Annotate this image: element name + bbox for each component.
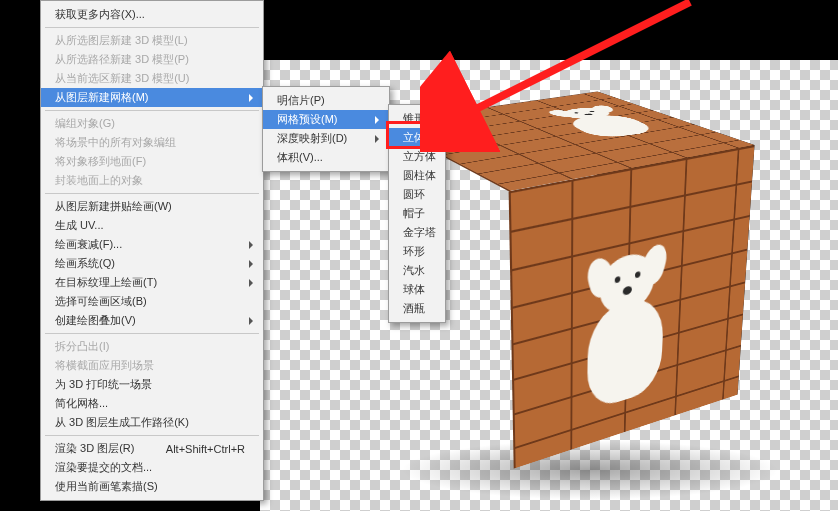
menu-item-label: 为 3D 打印统一场景: [55, 377, 152, 392]
menu-item-label: 从图层新建网格(M): [55, 90, 149, 105]
menu-separator: [45, 333, 259, 334]
menu-item-label: 将场景中的所有对象编组: [55, 135, 176, 150]
menu-item-label: 立方体: [403, 149, 436, 164]
menu-item-label: 拆分凸出(I): [55, 339, 109, 354]
menu-item-label: 环形: [403, 244, 425, 259]
menu-item-preset-cylinder[interactable]: 圆柱体: [389, 166, 445, 185]
menu-item-group-objects: 编组对象(G): [41, 114, 263, 133]
menu-item-get-more[interactable]: 获取更多内容(X)...: [41, 5, 263, 24]
menu-item-paint-system[interactable]: 绘画系统(Q): [41, 254, 263, 273]
menu-item-volume[interactable]: 体积(V)...: [263, 148, 389, 167]
menu-item-shortcut: Alt+Shift+Ctrl+R: [166, 443, 245, 455]
menu-item-label: 汽水: [403, 263, 425, 278]
menu-item-label: 创建绘图叠加(V): [55, 313, 136, 328]
menu-item-label: 从 3D 图层生成工作路径(K): [55, 415, 189, 430]
menu-item-label: 绘画衰减(F)...: [55, 237, 122, 252]
menu-item-label: 深度映射到(D): [277, 131, 347, 146]
menu-item-move-to-ground: 将对象移到地面(F): [41, 152, 263, 171]
menu-item-preset-wine-bottle[interactable]: 酒瓶: [389, 299, 445, 318]
menu-item-label: 渲染 3D 图层(R): [55, 441, 134, 456]
menu-item-label: 帽子: [403, 206, 425, 221]
menu-item-label: 简化网格...: [55, 396, 108, 411]
menu-item-preset-pyramid[interactable]: 金字塔: [389, 223, 445, 242]
menu-separator: [45, 110, 259, 111]
cube-face-front: [509, 145, 755, 469]
menu-item-label: 在目标纹理上绘画(T): [55, 275, 157, 290]
menu-item-label: 锥形: [403, 111, 425, 126]
menu-separator: [45, 193, 259, 194]
menu-item-mesh-preset[interactable]: 网格预设(M): [263, 110, 389, 129]
menu-item-label: 圆柱体: [403, 168, 436, 183]
menu-item-paint-falloff[interactable]: 绘画衰减(F)...: [41, 235, 263, 254]
menu-item-label: 渲染要提交的文档...: [55, 460, 152, 475]
menu-item-pack-ground: 封装地面上的对象: [41, 171, 263, 190]
menu-3d: 获取更多内容(X)... 从所选图层新建 3D 模型(L) 从所选路径新建 3D…: [40, 0, 264, 501]
menu-separator: [45, 27, 259, 28]
menu-item-label: 编组对象(G): [55, 116, 115, 131]
menu-item-label: 使用当前画笔素描(S): [55, 479, 158, 494]
menu-item-3d-from-layer: 从所选图层新建 3D 模型(L): [41, 31, 263, 50]
menu-item-simplify-mesh[interactable]: 简化网格...: [41, 394, 263, 413]
menu-item-preset-cone[interactable]: 锥形: [389, 109, 445, 128]
menu-item-work-path-from-3d[interactable]: 从 3D 图层生成工作路径(K): [41, 413, 263, 432]
menu-item-preset-hat[interactable]: 帽子: [389, 204, 445, 223]
menu-item-label: 生成 UV...: [55, 218, 104, 233]
menu-item-tile-painting[interactable]: 从图层新建拼贴绘画(W): [41, 197, 263, 216]
menu-item-3d-from-selection: 从当前选区新建 3D 模型(U): [41, 69, 263, 88]
menu-item-preset-cube[interactable]: 立方体: [389, 147, 445, 166]
menu-item-create-paint-overlay[interactable]: 创建绘图叠加(V): [41, 311, 263, 330]
submenu-new-mesh-from-layer: 明信片(P) 网格预设(M) 深度映射到(D) 体积(V)...: [262, 86, 390, 172]
menu-item-generate-uv[interactable]: 生成 UV...: [41, 216, 263, 235]
menu-item-unify-3d-print[interactable]: 为 3D 打印统一场景: [41, 375, 263, 394]
menu-item-label: 酒瓶: [403, 301, 425, 316]
menu-item-render-3d-layer[interactable]: 渲染 3D 图层(R) Alt+Shift+Ctrl+R: [41, 439, 263, 458]
menu-item-label: 从图层新建拼贴绘画(W): [55, 199, 172, 214]
menu-item-label: 从当前选区新建 3D 模型(U): [55, 71, 189, 86]
menu-item-preset-donut[interactable]: 圆环: [389, 185, 445, 204]
menu-item-group-scene: 将场景中的所有对象编组: [41, 133, 263, 152]
menu-item-label: 选择可绘画区域(B): [55, 294, 147, 309]
menu-item-label: 圆环: [403, 187, 425, 202]
menu-item-label: 金字塔: [403, 225, 436, 240]
menu-item-depth-map-to[interactable]: 深度映射到(D): [263, 129, 389, 148]
menu-item-label: 网格预设(M): [277, 112, 338, 127]
menu-item-preset-sphere[interactable]: 球体: [389, 280, 445, 299]
menu-item-paint-on-target-texture[interactable]: 在目标纹理上绘画(T): [41, 273, 263, 292]
menu-item-label: 体积(V)...: [277, 150, 323, 165]
menu-item-label: 从所选图层新建 3D 模型(L): [55, 33, 188, 48]
menu-item-preset-soda[interactable]: 汽水: [389, 261, 445, 280]
menu-item-label: 明信片(P): [277, 93, 325, 108]
menu-item-label: 将横截面应用到场景: [55, 358, 154, 373]
menu-item-render-submit[interactable]: 渲染要提交的文档...: [41, 458, 263, 477]
menu-item-preset-cube-wrap[interactable]: 立体环绕: [389, 128, 445, 147]
menu-item-label: 立体环绕: [403, 130, 447, 145]
menu-item-label: 绘画系统(Q): [55, 256, 115, 271]
menu-item-label: 将对象移到地面(F): [55, 154, 146, 169]
menu-item-3d-from-path: 从所选路径新建 3D 模型(P): [41, 50, 263, 69]
menu-item-label: 球体: [403, 282, 425, 297]
menu-separator: [45, 435, 259, 436]
submenu-mesh-preset: 锥形 立体环绕 立方体 圆柱体 圆环 帽子 金字塔 环形 汽水 球体 酒瓶: [388, 104, 446, 323]
menu-item-preset-ring[interactable]: 环形: [389, 242, 445, 261]
menu-item-apply-cross-section: 将横截面应用到场景: [41, 356, 263, 375]
menu-item-label: 封装地面上的对象: [55, 173, 143, 188]
menu-item-label: 从所选路径新建 3D 模型(P): [55, 52, 189, 67]
menu-item-new-mesh-from-layer[interactable]: 从图层新建网格(M): [41, 88, 263, 107]
menu-item-sketch-brush[interactable]: 使用当前画笔素描(S): [41, 477, 263, 496]
menu-item-label: 获取更多内容(X)...: [55, 7, 145, 22]
menu-item-postcard[interactable]: 明信片(P): [263, 91, 389, 110]
menu-item-select-paintable[interactable]: 选择可绘画区域(B): [41, 292, 263, 311]
menu-item-split-extrusion: 拆分凸出(I): [41, 337, 263, 356]
